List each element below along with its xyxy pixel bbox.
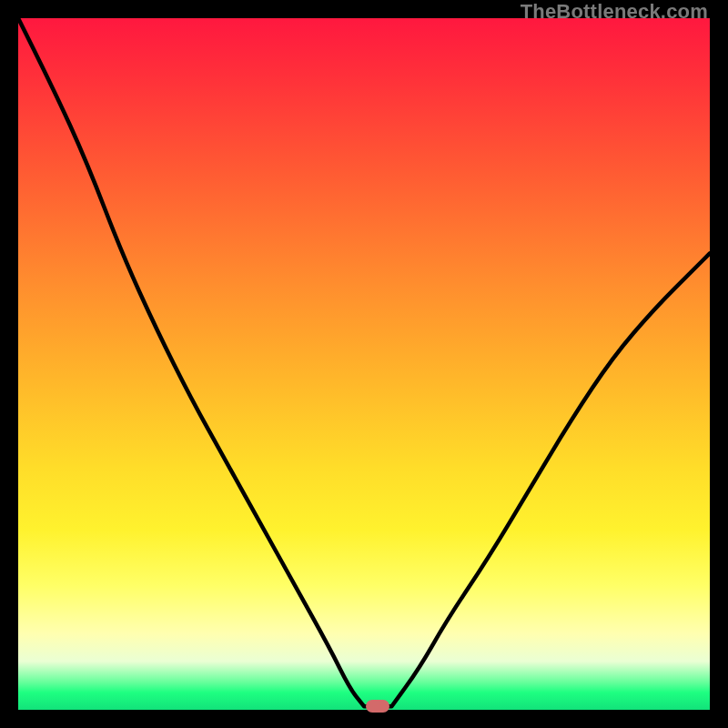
chart-frame: TheBottleneck.com bbox=[0, 0, 728, 728]
minimum-marker bbox=[366, 700, 389, 713]
bottleneck-curve bbox=[18, 18, 710, 710]
plot-area bbox=[18, 18, 710, 710]
